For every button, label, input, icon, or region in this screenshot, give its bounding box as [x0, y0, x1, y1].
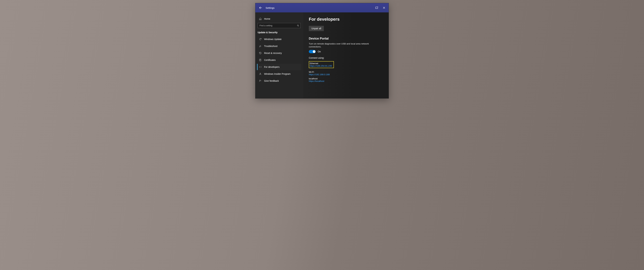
sidebar-item-label: For developers: [264, 66, 280, 68]
sidebar-item-give-feedback[interactable]: Give feedback: [257, 78, 301, 84]
content-panel: For developers Unpair all Device Portal …: [303, 13, 389, 98]
history-icon: [259, 52, 262, 55]
sidebar-home[interactable]: Home: [257, 16, 301, 22]
sidebar-item-label: Certificates: [264, 59, 276, 61]
sidebar-item-for-developers[interactable]: For developers: [257, 64, 301, 70]
connection-name: Wi-Fi: [309, 71, 383, 73]
toggle-state-label: On: [318, 50, 321, 53]
close-button[interactable]: [380, 4, 388, 12]
sidebar-item-label: Reset & recovery: [264, 52, 282, 54]
device-portal-heading: Device Portal: [309, 37, 383, 40]
connection-url-link[interactable]: https://169.254.91.235: [310, 65, 332, 67]
search-field[interactable]: [258, 23, 300, 28]
sidebar-home-label: Home: [264, 18, 270, 20]
connection-url-link[interactable]: https://192.168.0.168: [309, 73, 383, 76]
device-portal-description: Turn on remote diagnostics over USB and …: [309, 42, 372, 48]
connection-localhost: localhost https://localhost: [309, 77, 383, 82]
developer-icon: [259, 65, 262, 68]
sidebar-category-label: Update & Security: [257, 30, 301, 36]
sidebar-item-reset-recovery[interactable]: Reset & recovery: [257, 50, 301, 56]
resize-follow-button[interactable]: [373, 4, 380, 12]
home-icon: [259, 17, 262, 20]
device-portal-toggle[interactable]: [309, 50, 316, 53]
connect-using-label: Connect using:: [309, 57, 383, 59]
svg-point-4: [260, 80, 260, 81]
svg-rect-0: [376, 7, 378, 9]
app-title: Settings: [266, 7, 274, 9]
person-icon: [259, 72, 262, 75]
connection-url-link[interactable]: https://localhost: [309, 80, 383, 82]
sync-icon: [259, 38, 262, 41]
sidebar-item-windows-update[interactable]: Windows Update: [257, 36, 301, 42]
sidebar-item-certificates[interactable]: Certificates: [257, 57, 301, 63]
settings-window: Settings Home Update & Security: [255, 3, 389, 98]
svg-point-1: [297, 25, 298, 26]
unpair-all-button[interactable]: Unpair all: [309, 26, 324, 31]
search-input[interactable]: [258, 23, 300, 28]
sidebar: Home Update & Security Windows Update: [255, 13, 303, 98]
titlebar: Settings: [255, 3, 389, 13]
sidebar-item-label: Windows Insider Program: [264, 73, 290, 75]
connection-name: Ethernet: [310, 62, 332, 65]
connection-name: localhost: [309, 77, 383, 80]
sidebar-item-label: Windows Update: [264, 38, 282, 41]
sidebar-item-insider-program[interactable]: Windows Insider Program: [257, 71, 301, 77]
connection-ethernet: Ethernet https://169.254.91.235: [309, 61, 334, 68]
back-button[interactable]: [257, 4, 264, 12]
svg-point-3: [260, 73, 261, 74]
wrench-icon: [259, 45, 262, 48]
sidebar-item-troubleshoot[interactable]: Troubleshoot: [257, 43, 301, 49]
feedback-icon: [259, 79, 262, 82]
sidebar-item-label: Troubleshoot: [264, 45, 278, 47]
search-icon: [297, 25, 299, 27]
certificate-icon: [259, 59, 262, 62]
page-title: For developers: [309, 17, 383, 22]
connection-wifi: Wi-Fi https://192.168.0.168: [309, 71, 383, 76]
sidebar-item-label: Give feedback: [264, 80, 279, 82]
